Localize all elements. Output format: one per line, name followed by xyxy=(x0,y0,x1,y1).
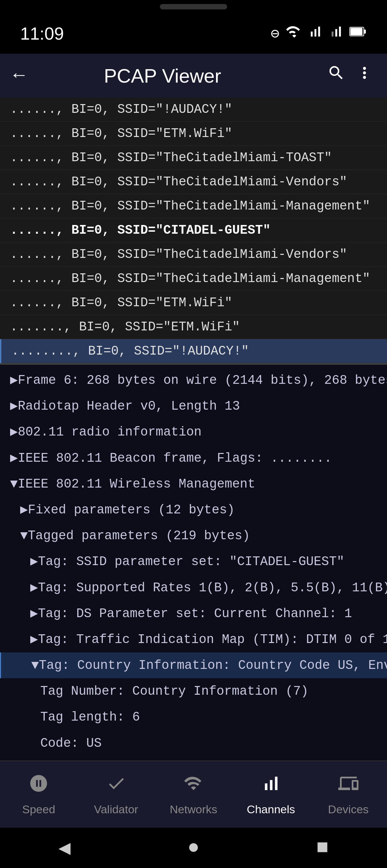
detail-row[interactable]: ▼Tag: Country Information: Country Code … xyxy=(0,652,387,678)
signal2-icon xyxy=(329,24,343,43)
packet-row[interactable]: ......, BI=0, SSID="TheCitadelMiami-Mana… xyxy=(0,267,387,291)
validator-icon xyxy=(106,773,126,800)
recent-nav-button[interactable]: ■ xyxy=(317,836,329,859)
channels-icon xyxy=(261,773,281,800)
battery-icon xyxy=(349,25,367,42)
nav-item-channels[interactable]: Channels xyxy=(232,773,309,816)
back-nav-button[interactable]: ◀ xyxy=(58,835,70,860)
svg-rect-1 xyxy=(364,30,366,34)
detail-row[interactable]: Tag length: 6 xyxy=(0,704,387,730)
dnd-icon: ⊖ xyxy=(271,25,280,43)
notch xyxy=(160,4,227,9)
packet-row[interactable]: ......, BI=0, SSID="ETM.WiFi" xyxy=(0,291,387,315)
main-content: ......, BI=0, SSID="!AUDACY!"......, BI=… xyxy=(0,97,387,761)
status-time: 11:09 xyxy=(20,24,64,44)
search-button[interactable] xyxy=(327,64,345,87)
app-title: PCAP Viewer xyxy=(35,64,290,87)
signal-icon xyxy=(308,24,323,43)
detail-row[interactable]: Tag Number: Country Information (7) xyxy=(0,678,387,704)
packet-row[interactable]: ......, BI=0, SSID="TheCitadelMiami-Mana… xyxy=(0,194,387,218)
nav-item-devices[interactable]: Devices xyxy=(310,773,387,816)
packet-row[interactable]: ......, BI=0, SSID="TheCitadelMiami-Vend… xyxy=(0,170,387,194)
detail-row[interactable]: ▶802.11 radio information xyxy=(0,419,387,445)
detail-row[interactable]: ▼Tagged parameters (219 bytes) xyxy=(0,523,387,549)
more-options-button[interactable] xyxy=(355,64,374,87)
nav-label-speed: Speed xyxy=(22,803,55,816)
nav-item-networks[interactable]: Networks xyxy=(155,773,232,816)
bottom-nav: SpeedValidatorNetworksChannelsDevices xyxy=(0,761,387,828)
detail-row[interactable]: ▶Radiotap Header v0, Length 13 xyxy=(0,393,387,419)
detail-row[interactable]: Environment: All (32) xyxy=(0,756,387,761)
detail-row[interactable]: ▶Tag: SSID parameter set: "CITADEL-GUEST… xyxy=(0,549,387,575)
app-bar-actions xyxy=(327,64,374,87)
phone-frame: 11:09 ⊖ xyxy=(0,0,387,868)
android-nav: ◀ ● ■ xyxy=(0,828,387,868)
status-bar: 11:09 ⊖ xyxy=(0,13,387,54)
nav-label-channels: Channels xyxy=(247,803,295,816)
packet-row[interactable]: ......, BI=0, SSID="TheCitadelMiami-Vend… xyxy=(0,242,387,267)
status-icons: ⊖ xyxy=(271,24,367,44)
packet-row[interactable]: ......, BI=0, SSID="!AUDACY!" xyxy=(0,97,387,122)
svg-rect-2 xyxy=(350,28,362,35)
nav-item-validator[interactable]: Validator xyxy=(77,773,154,816)
detail-row[interactable]: ▶Frame 6: 268 bytes on wire (2144 bits),… xyxy=(0,367,387,393)
detail-row[interactable]: ▼IEEE 802.11 Wireless Management xyxy=(0,471,387,497)
nav-label-networks: Networks xyxy=(170,803,217,816)
wifi-icon xyxy=(286,24,302,44)
packet-row[interactable]: ......, BI=0, SSID="TheCitadelMiami-TOAS… xyxy=(0,146,387,170)
detail-row[interactable]: Code: US xyxy=(0,730,387,756)
notch-bar xyxy=(0,0,387,13)
packet-list[interactable]: ......, BI=0, SSID="!AUDACY!"......, BI=… xyxy=(0,97,387,365)
app-bar: ← PCAP Viewer xyxy=(0,54,387,97)
detail-row[interactable]: ▶Tag: Traffic Indication Map (TIM): DTIM… xyxy=(0,627,387,652)
detail-row[interactable]: ▶Tag: DS Parameter set: Current Channel:… xyxy=(0,601,387,627)
home-nav-button[interactable]: ● xyxy=(187,836,200,859)
detail-row[interactable]: ▶Tag: Supported Rates 1(B), 2(B), 5.5(B)… xyxy=(0,575,387,601)
packet-row[interactable]: ......, BI=0, SSID="ETM.WiFi" xyxy=(0,122,387,146)
detail-row[interactable]: ▶Fixed parameters (12 bytes) xyxy=(0,497,387,523)
networks-icon xyxy=(183,773,204,800)
packet-row[interactable]: ........, BI=0, SSID="!AUDACY!" xyxy=(0,339,387,363)
speed-icon xyxy=(29,773,49,800)
packet-row[interactable]: ......, BI=0, SSID="CITADEL-GUEST" xyxy=(0,218,387,242)
nav-label-devices: Devices xyxy=(328,803,368,816)
detail-panel[interactable]: ▶Frame 6: 268 bytes on wire (2144 bits),… xyxy=(0,365,387,761)
devices-icon xyxy=(338,773,358,800)
nav-label-validator: Validator xyxy=(94,803,139,816)
detail-row[interactable]: ▶IEEE 802.11 Beacon frame, Flags: ......… xyxy=(0,445,387,471)
nav-item-speed[interactable]: Speed xyxy=(0,773,77,816)
packet-row[interactable]: ......., BI=0, SSID="ETM.WiFi" xyxy=(0,315,387,339)
back-button[interactable]: ← xyxy=(13,65,25,86)
